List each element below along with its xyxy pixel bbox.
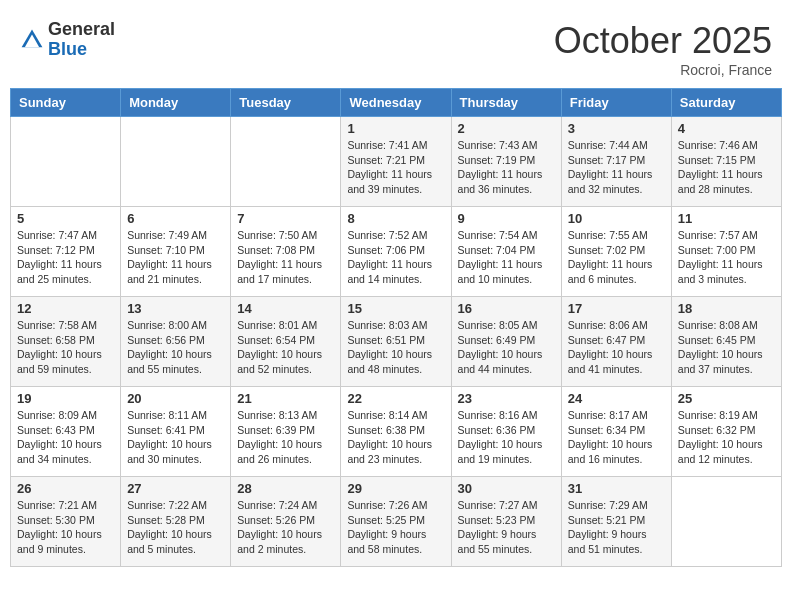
location: Rocroi, France: [554, 62, 772, 78]
day-number: 9: [458, 211, 555, 226]
day-number: 3: [568, 121, 665, 136]
calendar-cell: 30Sunrise: 7:27 AMSunset: 5:23 PMDayligh…: [451, 477, 561, 567]
day-info: Sunrise: 7:57 AMSunset: 7:00 PMDaylight:…: [678, 228, 775, 287]
column-header-monday: Monday: [121, 89, 231, 117]
day-number: 12: [17, 301, 114, 316]
calendar-cell: 12Sunrise: 7:58 AMSunset: 6:58 PMDayligh…: [11, 297, 121, 387]
day-info: Sunrise: 8:06 AMSunset: 6:47 PMDaylight:…: [568, 318, 665, 377]
calendar-cell: 6Sunrise: 7:49 AMSunset: 7:10 PMDaylight…: [121, 207, 231, 297]
calendar-cell: 10Sunrise: 7:55 AMSunset: 7:02 PMDayligh…: [561, 207, 671, 297]
calendar-cell: 8Sunrise: 7:52 AMSunset: 7:06 PMDaylight…: [341, 207, 451, 297]
logo-icon: [20, 28, 44, 52]
day-info: Sunrise: 7:49 AMSunset: 7:10 PMDaylight:…: [127, 228, 224, 287]
day-info: Sunrise: 8:13 AMSunset: 6:39 PMDaylight:…: [237, 408, 334, 467]
calendar-header-row: SundayMondayTuesdayWednesdayThursdayFrid…: [11, 89, 782, 117]
calendar-cell: [671, 477, 781, 567]
day-number: 29: [347, 481, 444, 496]
day-number: 10: [568, 211, 665, 226]
day-info: Sunrise: 8:00 AMSunset: 6:56 PMDaylight:…: [127, 318, 224, 377]
day-number: 31: [568, 481, 665, 496]
column-header-saturday: Saturday: [671, 89, 781, 117]
day-number: 22: [347, 391, 444, 406]
day-info: Sunrise: 8:09 AMSunset: 6:43 PMDaylight:…: [17, 408, 114, 467]
column-header-wednesday: Wednesday: [341, 89, 451, 117]
day-number: 25: [678, 391, 775, 406]
day-info: Sunrise: 7:58 AMSunset: 6:58 PMDaylight:…: [17, 318, 114, 377]
day-number: 15: [347, 301, 444, 316]
day-number: 26: [17, 481, 114, 496]
day-number: 19: [17, 391, 114, 406]
day-info: Sunrise: 7:29 AMSunset: 5:21 PMDaylight:…: [568, 498, 665, 557]
logo-blue-text: Blue: [48, 40, 115, 60]
day-info: Sunrise: 7:44 AMSunset: 7:17 PMDaylight:…: [568, 138, 665, 197]
calendar-cell: 5Sunrise: 7:47 AMSunset: 7:12 PMDaylight…: [11, 207, 121, 297]
day-number: 2: [458, 121, 555, 136]
day-info: Sunrise: 7:50 AMSunset: 7:08 PMDaylight:…: [237, 228, 334, 287]
calendar-week-row: 12Sunrise: 7:58 AMSunset: 6:58 PMDayligh…: [11, 297, 782, 387]
calendar-cell: 7Sunrise: 7:50 AMSunset: 7:08 PMDaylight…: [231, 207, 341, 297]
calendar-cell: [121, 117, 231, 207]
day-number: 6: [127, 211, 224, 226]
day-number: 24: [568, 391, 665, 406]
day-info: Sunrise: 8:08 AMSunset: 6:45 PMDaylight:…: [678, 318, 775, 377]
calendar-cell: 15Sunrise: 8:03 AMSunset: 6:51 PMDayligh…: [341, 297, 451, 387]
calendar-cell: 3Sunrise: 7:44 AMSunset: 7:17 PMDaylight…: [561, 117, 671, 207]
day-info: Sunrise: 8:03 AMSunset: 6:51 PMDaylight:…: [347, 318, 444, 377]
day-number: 23: [458, 391, 555, 406]
day-number: 5: [17, 211, 114, 226]
day-info: Sunrise: 7:46 AMSunset: 7:15 PMDaylight:…: [678, 138, 775, 197]
calendar-week-row: 26Sunrise: 7:21 AMSunset: 5:30 PMDayligh…: [11, 477, 782, 567]
calendar-cell: 9Sunrise: 7:54 AMSunset: 7:04 PMDaylight…: [451, 207, 561, 297]
calendar-cell: 14Sunrise: 8:01 AMSunset: 6:54 PMDayligh…: [231, 297, 341, 387]
day-info: Sunrise: 7:43 AMSunset: 7:19 PMDaylight:…: [458, 138, 555, 197]
day-number: 20: [127, 391, 224, 406]
calendar-cell: 1Sunrise: 7:41 AMSunset: 7:21 PMDaylight…: [341, 117, 451, 207]
calendar-cell: 18Sunrise: 8:08 AMSunset: 6:45 PMDayligh…: [671, 297, 781, 387]
calendar-week-row: 19Sunrise: 8:09 AMSunset: 6:43 PMDayligh…: [11, 387, 782, 477]
day-info: Sunrise: 7:26 AMSunset: 5:25 PMDaylight:…: [347, 498, 444, 557]
calendar-cell: 28Sunrise: 7:24 AMSunset: 5:26 PMDayligh…: [231, 477, 341, 567]
calendar-cell: 27Sunrise: 7:22 AMSunset: 5:28 PMDayligh…: [121, 477, 231, 567]
day-number: 21: [237, 391, 334, 406]
day-number: 8: [347, 211, 444, 226]
calendar-cell: 17Sunrise: 8:06 AMSunset: 6:47 PMDayligh…: [561, 297, 671, 387]
calendar-cell: 29Sunrise: 7:26 AMSunset: 5:25 PMDayligh…: [341, 477, 451, 567]
calendar-cell: 31Sunrise: 7:29 AMSunset: 5:21 PMDayligh…: [561, 477, 671, 567]
day-number: 7: [237, 211, 334, 226]
calendar-cell: 20Sunrise: 8:11 AMSunset: 6:41 PMDayligh…: [121, 387, 231, 477]
day-number: 1: [347, 121, 444, 136]
header: General Blue October 2025 Rocroi, France: [10, 10, 782, 83]
day-info: Sunrise: 8:19 AMSunset: 6:32 PMDaylight:…: [678, 408, 775, 467]
day-info: Sunrise: 8:17 AMSunset: 6:34 PMDaylight:…: [568, 408, 665, 467]
calendar-cell: 26Sunrise: 7:21 AMSunset: 5:30 PMDayligh…: [11, 477, 121, 567]
calendar-cell: [231, 117, 341, 207]
day-info: Sunrise: 8:01 AMSunset: 6:54 PMDaylight:…: [237, 318, 334, 377]
day-info: Sunrise: 7:47 AMSunset: 7:12 PMDaylight:…: [17, 228, 114, 287]
calendar-week-row: 1Sunrise: 7:41 AMSunset: 7:21 PMDaylight…: [11, 117, 782, 207]
day-info: Sunrise: 8:16 AMSunset: 6:36 PMDaylight:…: [458, 408, 555, 467]
day-info: Sunrise: 8:11 AMSunset: 6:41 PMDaylight:…: [127, 408, 224, 467]
day-info: Sunrise: 7:21 AMSunset: 5:30 PMDaylight:…: [17, 498, 114, 557]
day-number: 28: [237, 481, 334, 496]
day-info: Sunrise: 7:54 AMSunset: 7:04 PMDaylight:…: [458, 228, 555, 287]
calendar-cell: 19Sunrise: 8:09 AMSunset: 6:43 PMDayligh…: [11, 387, 121, 477]
column-header-sunday: Sunday: [11, 89, 121, 117]
day-info: Sunrise: 7:27 AMSunset: 5:23 PMDaylight:…: [458, 498, 555, 557]
day-number: 13: [127, 301, 224, 316]
day-number: 14: [237, 301, 334, 316]
calendar-cell: 11Sunrise: 7:57 AMSunset: 7:00 PMDayligh…: [671, 207, 781, 297]
column-header-friday: Friday: [561, 89, 671, 117]
day-info: Sunrise: 8:05 AMSunset: 6:49 PMDaylight:…: [458, 318, 555, 377]
calendar-cell: 21Sunrise: 8:13 AMSunset: 6:39 PMDayligh…: [231, 387, 341, 477]
day-number: 11: [678, 211, 775, 226]
column-header-thursday: Thursday: [451, 89, 561, 117]
day-info: Sunrise: 7:22 AMSunset: 5:28 PMDaylight:…: [127, 498, 224, 557]
calendar-cell: 24Sunrise: 8:17 AMSunset: 6:34 PMDayligh…: [561, 387, 671, 477]
day-info: Sunrise: 8:14 AMSunset: 6:38 PMDaylight:…: [347, 408, 444, 467]
logo-general-text: General: [48, 20, 115, 40]
calendar-cell: 23Sunrise: 8:16 AMSunset: 6:36 PMDayligh…: [451, 387, 561, 477]
month-title: October 2025: [554, 20, 772, 62]
day-info: Sunrise: 7:55 AMSunset: 7:02 PMDaylight:…: [568, 228, 665, 287]
calendar-cell: [11, 117, 121, 207]
calendar-cell: 22Sunrise: 8:14 AMSunset: 6:38 PMDayligh…: [341, 387, 451, 477]
